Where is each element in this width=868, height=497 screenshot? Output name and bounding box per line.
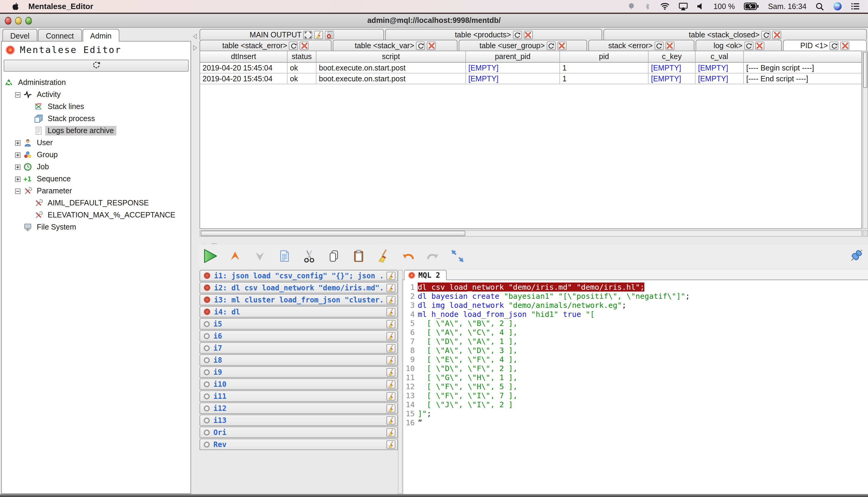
table-row[interactable]: 2019-04-20 15:45:04okboot.execute.on.sta… (200, 73, 862, 84)
resize-grip[interactable] (863, 230, 868, 237)
scrollbar-thumb[interactable] (201, 231, 465, 236)
output-tab-table-stack-error[interactable]: table <stack_error> (199, 40, 332, 51)
tree-item-sequence[interactable]: +1Sequence (2, 173, 191, 185)
output-tab-table-user-group[interactable]: table <user_group> (459, 40, 587, 51)
clean-script-button[interactable] (387, 368, 395, 376)
column-header-parent-pid[interactable]: parent_pid (466, 51, 560, 63)
script-item-rev[interactable]: Rev (199, 439, 398, 450)
collapse-icon[interactable] (15, 188, 20, 194)
undo-icon[interactable] (400, 248, 416, 264)
clean-script-button[interactable] (387, 332, 395, 340)
airplay-icon[interactable] (678, 2, 687, 11)
new-document-icon[interactable] (276, 248, 292, 264)
code-line[interactable]: 9 [ \"E\", \"F\", 4 ], (403, 355, 868, 364)
code-line[interactable]: 2dl bayesian create "bayesian1" "[\"posi… (403, 292, 868, 301)
tree-item-stack-process[interactable]: Stack process (2, 113, 191, 125)
script-item-i12[interactable]: i12 (199, 402, 398, 414)
script-item-i10[interactable]: i10 (199, 378, 398, 390)
script-item-i4[interactable]: i4: dl (199, 306, 398, 317)
script-item-i5[interactable]: i5 (199, 318, 398, 329)
apple-menu-icon[interactable] (11, 2, 20, 11)
code-line[interactable]: 4ml h_node load_from_json "hid1" true "[ (403, 310, 868, 319)
clean-script-button[interactable] (387, 404, 395, 412)
column-header-dtinsert[interactable]: dtInsert (200, 51, 288, 63)
code-line[interactable]: 16” (403, 418, 868, 427)
volume-icon[interactable] (697, 2, 704, 10)
expand-icon[interactable] (15, 140, 20, 145)
delete-button[interactable] (841, 41, 850, 50)
tree-item-stack-lines[interactable]: Stack lines (2, 101, 191, 113)
tree-item-group[interactable]: Group (2, 149, 191, 161)
script-item-i6[interactable]: i6 (199, 330, 398, 342)
clean-script-button[interactable] (387, 428, 395, 437)
refresh-button[interactable] (547, 41, 556, 50)
notification-balloon-icon[interactable] (627, 2, 635, 10)
output-tab-table-stack-var[interactable]: table <stack_var> (333, 40, 458, 51)
code-area[interactable]: 1dl csv load_network "demo/iris.md" "dem… (403, 280, 868, 494)
refresh-button[interactable] (416, 41, 425, 50)
window-titlebar[interactable]: admin@mql://localhost:9998/mentdb/ (0, 14, 868, 28)
code-line[interactable]: 11 [ \"G\", \"H\", 1 ], (403, 373, 868, 382)
refresh-button[interactable] (655, 41, 664, 50)
bluetooth-icon[interactable] (644, 2, 651, 11)
notification-center-icon[interactable] (851, 2, 859, 10)
tree-item-file-system[interactable]: File System (2, 221, 191, 233)
refresh-button[interactable] (513, 30, 522, 39)
script-item-i9[interactable]: i9 (199, 366, 398, 378)
move-up-icon[interactable] (227, 248, 243, 264)
refresh-button[interactable] (830, 41, 839, 50)
script-item-i1[interactable]: i1: json load "csv_config" "{}"; json ..… (199, 270, 398, 281)
menubar-app-name[interactable]: Mentalese_Editor (28, 2, 93, 11)
tree-item-administration[interactable]: Administration (2, 76, 191, 88)
delete-button[interactable] (666, 41, 674, 50)
output-tab-log-ok[interactable]: log <ok> (696, 40, 782, 51)
scripts-scrollbar[interactable] (398, 270, 403, 494)
clean-script-button[interactable] (387, 440, 395, 449)
table-vertical-scrollbar[interactable] (863, 51, 868, 229)
code-line[interactable]: 7 [ \"D\", \"A\", 1 ], (403, 337, 868, 346)
delete-button[interactable] (772, 30, 781, 39)
clean-script-button[interactable] (387, 320, 395, 328)
code-line[interactable]: 6 [ \"A\", \"C\", 4 ], (403, 328, 868, 337)
paste-icon[interactable] (350, 248, 366, 264)
column-header-pid[interactable]: pid (560, 51, 648, 63)
resize-icon[interactable] (449, 248, 465, 264)
tree-item-activity[interactable]: Activity (2, 88, 191, 101)
copy-icon[interactable] (325, 248, 342, 264)
script-item-i13[interactable]: i13 (199, 414, 398, 426)
refresh-button[interactable] (289, 41, 298, 50)
spotlight-search-icon[interactable] (815, 2, 824, 11)
expand-icon[interactable] (15, 176, 20, 182)
column-header-comment[interactable] (744, 51, 862, 63)
code-line[interactable]: 13 [ \"F\", \"I\", 7 ], (403, 391, 868, 400)
run-icon[interactable] (202, 248, 218, 264)
output-tab-table-stack-closed[interactable]: table <stack_closed> (603, 29, 867, 40)
delete-button[interactable] (523, 30, 533, 39)
sidebar-tab-connect[interactable]: Connect (38, 29, 82, 41)
code-line[interactable]: 15]"; (403, 409, 868, 418)
column-header-c-val[interactable]: c_val (696, 51, 744, 63)
refresh-button[interactable] (761, 30, 770, 39)
tree-item-elevation-max-acceptance[interactable]: ELEVATION_MAX_%_ACCEPTANCE (2, 209, 191, 221)
sidebar-tab-admin[interactable]: Admin (82, 29, 120, 42)
refresh-button[interactable] (744, 41, 753, 50)
redo-icon[interactable] (424, 248, 440, 264)
delete-button[interactable] (427, 41, 436, 50)
tree-item-job[interactable]: Job (2, 161, 191, 173)
expand-icon[interactable] (15, 164, 20, 170)
script-item-i11[interactable]: i11 (199, 390, 398, 402)
collapse-icon[interactable] (15, 92, 20, 97)
code-line[interactable]: 12 [ \"F\", \"H\", 5 ], (403, 382, 868, 391)
clean-script-button[interactable] (387, 344, 395, 352)
script-item-i8[interactable]: i8 (199, 354, 398, 366)
refresh-tree-button[interactable] (4, 60, 189, 72)
expand-icon[interactable] (15, 152, 20, 158)
scrollbar-thumb[interactable] (863, 52, 867, 88)
column-header-status[interactable]: status (288, 51, 317, 63)
vertical-splitter[interactable] (192, 28, 199, 494)
connector-icon[interactable] (848, 247, 864, 263)
tree-item-logs-before-archive[interactable]: Logs before archive (2, 125, 191, 137)
table-horizontal-scrollbar[interactable] (199, 230, 862, 237)
delete-button[interactable] (755, 41, 764, 50)
code-line[interactable]: 1dl csv load_network "demo/iris.md" "dem… (403, 283, 868, 292)
